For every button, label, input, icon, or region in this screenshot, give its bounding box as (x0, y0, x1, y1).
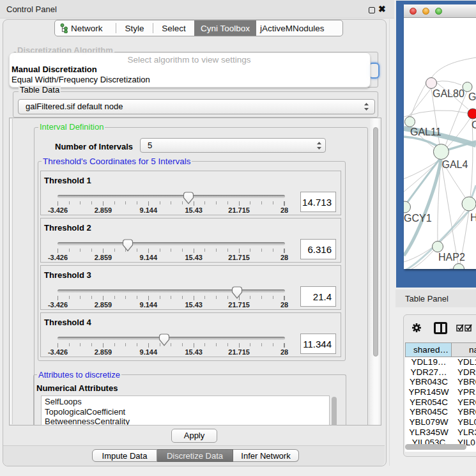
svg-text:C: C (472, 119, 476, 130)
svg-text:HAP2: HAP2 (438, 252, 465, 263)
svg-text:GA: GA (468, 91, 476, 102)
svg-text:H: H (470, 212, 476, 223)
svg-text:GAL80: GAL80 (433, 88, 464, 99)
svg-text:GAL4: GAL4 (442, 159, 468, 170)
svg-text:GCY1: GCY1 (404, 213, 432, 224)
svg-text:GAL11: GAL11 (410, 127, 441, 137)
